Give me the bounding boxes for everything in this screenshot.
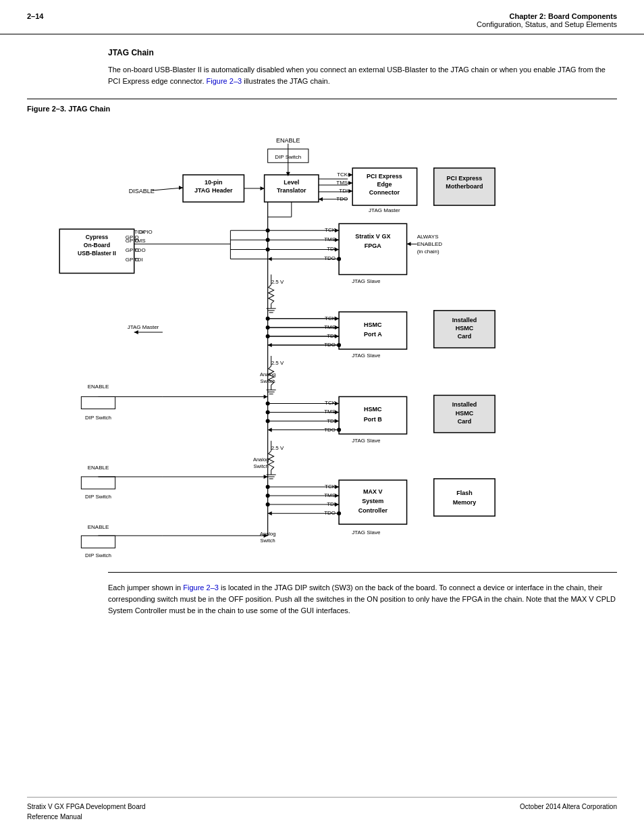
svg-text:Port B: Port B [364,416,383,423]
svg-rect-112 [81,396,115,409]
svg-marker-182 [134,330,138,334]
svg-text:Connector: Connector [369,189,400,196]
figure-label: Figure 2–3. JTAG Chain [27,99,617,113]
svg-text:Installed: Installed [452,401,477,408]
svg-marker-160 [335,494,339,498]
svg-text:Switch: Switch [254,463,269,469]
svg-text:Installed: Installed [452,317,477,323]
svg-marker-9 [179,186,183,190]
svg-marker-22 [348,181,352,185]
svg-text:2.5 V: 2.5 V [271,445,284,451]
svg-text:TCK: TCK [134,229,146,235]
svg-text:TMS: TMS [134,238,146,244]
svg-text:Edge: Edge [377,181,392,188]
svg-point-67 [337,257,341,261]
bottom-figure-link[interactable]: Figure 2–3 [183,583,219,592]
svg-text:Translator: Translator [277,187,306,194]
svg-text:On-Board: On-Board [84,242,110,249]
footer-right: October 2014 Altera Corporation [520,802,617,822]
svg-text:(in chain): (in chain) [417,249,439,255]
svg-marker-168 [268,511,272,515]
svg-text:ENABLE: ENABLE [88,465,109,471]
svg-marker-124 [335,410,339,414]
svg-text:DIP Switch: DIP Switch [85,415,111,421]
page: 2–14 Chapter 2: Board Components Configu… [0,0,644,834]
svg-text:Level: Level [284,179,299,186]
svg-marker-58 [335,238,339,242]
svg-text:2.5 V: 2.5 V [271,360,284,366]
svg-text:Analog: Analog [253,457,269,463]
svg-marker-202 [264,475,268,479]
svg-text:Cypress: Cypress [86,234,109,240]
svg-point-169 [337,511,341,515]
svg-text:DIP Switch: DIP Switch [85,494,111,500]
svg-text:ENABLE: ENABLE [88,384,109,390]
page-footer: Stratix V GX FPGA Development Board Refe… [27,797,617,822]
svg-text:PCI Express: PCI Express [447,175,483,182]
svg-text:TDI: TDI [134,257,143,263]
svg-rect-174 [81,536,115,548]
footer-product: Stratix V GX FPGA Development Board [27,802,146,812]
svg-text:HSMC: HSMC [456,325,474,332]
svg-text:System: System [362,498,383,504]
svg-text:PCI Express: PCI Express [367,173,402,180]
svg-line-8 [153,188,183,190]
svg-text:HSMC: HSMC [364,406,382,413]
footer-left: Stratix V GX FPGA Development Board Refe… [27,802,146,822]
figure-link[interactable]: Figure 2–3 [207,77,242,85]
svg-marker-128 [335,419,339,423]
page-header: 2–14 Chapter 2: Board Components Configu… [0,0,644,34]
chapter-title: Chapter 2: Board Components [477,12,617,20]
svg-marker-28 [319,197,323,201]
svg-text:HSMC: HSMC [364,321,382,328]
svg-marker-184 [261,186,265,190]
svg-text:TDI: TDI [339,188,348,194]
svg-marker-132 [268,428,272,432]
svg-text:Memory: Memory [453,499,477,506]
svg-text:Motherboard: Motherboard [446,183,483,190]
header-right: Chapter 2: Board Components Configuratio… [477,12,617,28]
svg-text:JTAG Slave: JTAG Slave [352,529,381,536]
svg-text:10-pin: 10-pin [205,179,223,186]
svg-text:JTAG Slave: JTAG Slave [352,353,381,359]
svg-text:HSMC: HSMC [456,410,474,417]
svg-text:ENABLE: ENABLE [88,524,109,530]
svg-text:ALWAYS: ALWAYS [417,234,439,240]
svg-text:USB-Blaster II: USB-Blaster II [78,250,116,257]
svg-text:JTAG Slave: JTAG Slave [352,438,381,444]
intro-text-before-link: The on-board USB-Blaster II is automatic… [108,66,606,85]
intro-paragraph: The on-board USB-Blaster II is automatic… [108,64,617,86]
svg-text:DIP Switch: DIP Switch [275,154,301,160]
svg-text:Switch: Switch [261,538,275,544]
section-heading: JTAG Chain [108,48,617,57]
intro-text-after-link: illustrates the JTAG chain. [244,77,330,85]
svg-text:Controller: Controller [358,507,388,514]
svg-marker-120 [335,401,339,405]
svg-marker-25 [348,189,352,193]
page-number: 2–14 [27,12,43,20]
enable-label-top: ENABLE [276,137,300,144]
svg-marker-19 [348,173,352,177]
svg-text:JTAG Header: JTAG Header [194,187,233,194]
svg-text:ENABLED: ENABLED [417,241,443,247]
svg-marker-54 [335,228,339,232]
svg-text:DIP Switch: DIP Switch [85,552,111,558]
svg-marker-199 [264,394,268,398]
svg-text:Stratix V GX: Stratix V GX [355,233,390,240]
svg-text:TCK: TCK [337,172,348,178]
svg-text:Port A: Port A [364,331,382,338]
svg-point-133 [337,428,341,432]
svg-text:Flash: Flash [456,490,473,496]
svg-text:Card: Card [458,418,472,425]
content-area: JTAG Chain The on-board USB-Blaster II i… [0,34,644,617]
svg-text:TDO: TDO [134,247,146,253]
bottom-paragraph: Each jumper shown in Figure 2–3 is locat… [108,572,617,617]
svg-text:Card: Card [458,333,472,340]
svg-marker-156 [335,485,339,489]
svg-text:JTAG Master: JTAG Master [128,324,159,330]
svg-rect-147 [81,477,115,489]
svg-text:DISABLE: DISABLE [129,188,155,194]
svg-marker-62 [335,247,339,251]
footer-doc-type: Reference Manual [27,812,146,822]
chapter-subtitle: Configuration, Status, and Setup Element… [477,20,617,28]
